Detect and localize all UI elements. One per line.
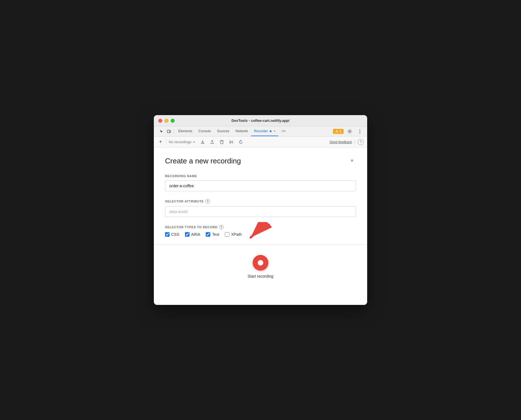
recording-name-label: RECORDING NAME xyxy=(165,174,356,178)
svg-point-5 xyxy=(360,131,360,132)
ellipsis-vertical-icon xyxy=(359,129,360,134)
recording-name-input[interactable] xyxy=(165,181,356,191)
export-icon xyxy=(200,140,205,144)
close-tab-icon[interactable]: × xyxy=(273,129,275,133)
selector-attribute-help-icon[interactable]: ? xyxy=(205,199,210,204)
gear-icon xyxy=(348,129,352,134)
no-recordings-label: No recordings xyxy=(169,140,191,144)
recorder-action-buttons xyxy=(199,138,245,146)
css-checkbox-item[interactable]: CSS xyxy=(165,232,179,237)
start-recording-label: Start recording xyxy=(248,274,273,279)
devtools-window: DevTools - coffee-cart.netlify.app/ Elem… xyxy=(154,115,367,305)
export-button[interactable] xyxy=(199,138,207,146)
xpath-checkbox[interactable] xyxy=(225,232,229,237)
tab-elements[interactable]: Elements xyxy=(175,126,195,136)
xpath-checkbox-item[interactable]: XPath xyxy=(225,232,242,237)
tab-sources[interactable]: Sources xyxy=(214,126,232,136)
svg-point-4 xyxy=(360,129,360,130)
traffic-lights xyxy=(158,119,175,123)
recorder-icon xyxy=(269,129,272,133)
send-feedback-link[interactable]: Send feedback xyxy=(330,140,352,144)
selector-types-section: SELECTOR TYPES TO RECORD ? CSS xyxy=(165,225,356,237)
recorder-toolbar-right: Send feedback | ? xyxy=(330,139,364,145)
play-step-button[interactable] xyxy=(227,138,235,146)
aria-checkbox[interactable] xyxy=(185,232,189,237)
issues-badge-button[interactable]: ⚠ 1 xyxy=(333,129,344,134)
recorder-toolbar: + No recordings xyxy=(154,136,367,148)
chevron-down-icon xyxy=(193,141,195,143)
dialog-title: Create a new recording xyxy=(165,157,241,165)
recordings-dropdown[interactable]: No recordings xyxy=(169,140,195,144)
selector-types-help-icon[interactable]: ? xyxy=(219,225,224,229)
css-checkbox-label: CSS xyxy=(171,232,179,237)
close-window-button[interactable] xyxy=(158,119,162,123)
add-recording-button[interactable]: + xyxy=(157,139,164,145)
dialog-header: Create a new recording × xyxy=(165,157,356,165)
delete-button[interactable] xyxy=(218,138,226,146)
xpath-checkbox-label: XPath xyxy=(231,232,242,237)
selector-attribute-input[interactable] xyxy=(165,206,356,217)
replay-button[interactable] xyxy=(237,138,245,146)
import-button[interactable] xyxy=(208,138,216,146)
text-checkbox-label: Text xyxy=(212,232,219,237)
selector-types-label: SELECTOR TYPES TO RECORD ? xyxy=(165,225,356,229)
maximize-window-button[interactable] xyxy=(171,119,175,123)
svg-rect-0 xyxy=(167,130,170,133)
minimize-window-button[interactable] xyxy=(164,119,168,123)
start-recording-button[interactable] xyxy=(253,255,268,271)
text-checkbox[interactable] xyxy=(206,232,210,237)
play-step-icon xyxy=(229,140,234,144)
tab-network[interactable]: Network xyxy=(233,126,251,136)
cursor-tool-button[interactable] xyxy=(157,127,165,135)
text-checkbox-item[interactable]: Text xyxy=(206,232,219,237)
trash-icon xyxy=(220,140,224,144)
selector-attribute-section: SELECTOR ATTRIBUTE ? xyxy=(165,199,356,217)
titlebar: DevTools - coffee-cart.netlify.app/ xyxy=(154,115,367,126)
toolbar-separator xyxy=(174,129,174,134)
import-icon xyxy=(210,140,214,144)
replay-icon xyxy=(239,140,243,144)
aria-checkbox-item[interactable]: ARIA xyxy=(185,232,200,237)
toolbar-right-actions: ⚠ 1 xyxy=(333,127,364,135)
device-toggle-button[interactable] xyxy=(165,127,173,135)
tab-more[interactable]: >> xyxy=(279,126,288,136)
aria-checkbox-label: ARIA xyxy=(191,232,200,237)
devtools-tabs: Elements Console Sources Network Recorde… xyxy=(175,126,289,136)
svg-point-3 xyxy=(349,131,351,132)
more-options-button[interactable] xyxy=(356,127,364,135)
recorder-toolbar-separator xyxy=(166,139,166,145)
svg-rect-1 xyxy=(170,131,171,133)
help-button[interactable]: ? xyxy=(358,139,364,145)
svg-point-6 xyxy=(360,133,360,133)
css-checkbox[interactable] xyxy=(165,232,170,237)
selector-checkboxes-row: CSS ARIA Text XPath xyxy=(165,232,356,237)
feedback-separator: | xyxy=(354,140,355,145)
record-button-inner-dot xyxy=(258,260,263,266)
tab-recorder[interactable]: Recorder × xyxy=(251,126,278,136)
window-title: DevTools - coffee-cart.netlify.app/ xyxy=(232,118,290,123)
tab-console[interactable]: Console xyxy=(196,126,214,136)
close-dialog-button[interactable]: × xyxy=(348,157,356,165)
devtools-toolbar: Elements Console Sources Network Recorde… xyxy=(154,126,367,136)
recording-name-section: RECORDING NAME xyxy=(165,174,356,191)
svg-point-2 xyxy=(270,130,271,132)
settings-button[interactable] xyxy=(346,127,354,135)
selector-attribute-label: SELECTOR ATTRIBUTE ? xyxy=(165,199,356,204)
main-content: Create a new recording × RECORDING NAME … xyxy=(154,148,367,305)
start-recording-section: Start recording xyxy=(165,245,356,279)
